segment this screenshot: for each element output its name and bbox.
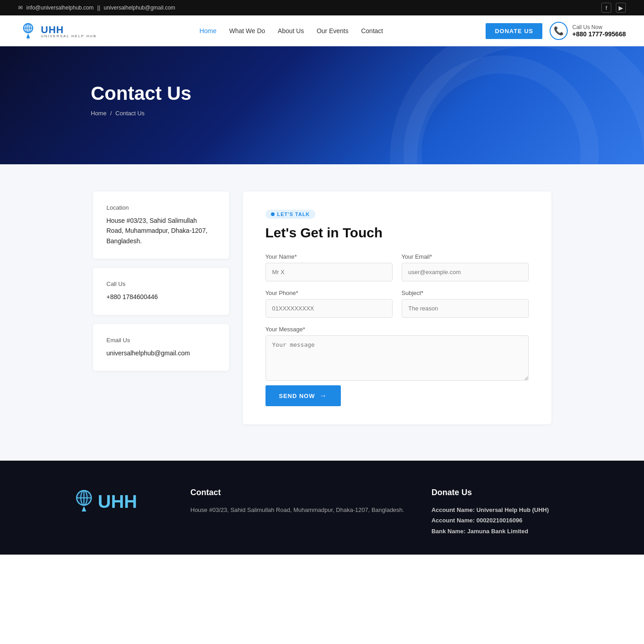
navbar: UHH UNIVERSAL HELP HUB Home What We Do A… [0, 15, 644, 46]
lets-talk-badge: LET'S TALK [265, 210, 529, 219]
email-input[interactable] [402, 263, 529, 281]
message-label: Your Message* [265, 326, 529, 333]
footer-donate-section: Donate Us Account Name: Universal Help H… [432, 488, 549, 536]
bank-name-value: Jamuna Bank Limited [467, 528, 528, 535]
form-row-phone-subject: Your Phone* Subject* [265, 290, 529, 318]
arrow-icon: → [320, 392, 327, 400]
top-bar-separator: || [97, 5, 100, 11]
hero-title: Contact Us [91, 83, 626, 104]
email-card: Email Us universalhelphub@gmail.com [93, 324, 229, 371]
breadcrumb-separator: / [110, 110, 112, 117]
badge: LET'S TALK [265, 210, 315, 219]
account-number-value: 00020210016096 [477, 517, 522, 524]
breadcrumb-home[interactable]: Home [91, 110, 107, 117]
breadcrumb: Home / Contact Us [91, 110, 626, 117]
call-card: Call Us +880 1784600446 [93, 268, 229, 315]
footer-logo-text: UHH [98, 492, 138, 512]
logo-text: UHH [41, 24, 64, 35]
call-us-label: Call Us [107, 280, 216, 287]
location-value: House #03/23, Sahid Salimullah Road, Muh… [107, 216, 216, 246]
badge-text: LET'S TALK [277, 211, 310, 217]
location-label: Location [107, 204, 216, 211]
footer-account-name: Account Name: Universal Help Hub (UHH) [432, 505, 549, 515]
logo[interactable]: UHH UNIVERSAL HELP HUB [18, 21, 97, 41]
form-row-name-email: Your Name* Your Email* [265, 253, 529, 281]
breadcrumb-current: Contact Us [115, 110, 144, 117]
footer-logo-icon [73, 488, 95, 515]
top-bar-email2: universalhelphub@gmail.com [104, 5, 176, 11]
top-bar-email1: info@universalhelphub.com [26, 5, 93, 11]
subject-input[interactable] [402, 299, 529, 318]
name-label: Your Name* [265, 253, 393, 260]
footer-contact-section: Contact House #03/23, Sahid Salimullah R… [191, 488, 404, 515]
email-us-value: universalhelphub@gmail.com [107, 348, 216, 358]
svg-marker-12 [82, 506, 86, 511]
contact-form-card: LET'S TALK Let's Get in Touch Your Name*… [243, 192, 551, 424]
footer-account-number: Account Name: 00020210016096 [432, 515, 549, 526]
subject-label: Subject* [402, 290, 529, 296]
send-label: SEND NOW [279, 393, 315, 399]
account-number-label: Account Name: [432, 517, 475, 524]
form-group-email: Your Email* [402, 253, 529, 281]
footer-contact-address: House #03/23, Sahid Salimullah Road, Muh… [191, 505, 404, 515]
svg-point-6 [27, 37, 29, 39]
top-bar-social: f ▶ [601, 3, 626, 13]
send-button[interactable]: SEND NOW → [265, 385, 341, 406]
hero-banner: Contact Us Home / Contact Us [0, 46, 644, 164]
form-group-subject: Subject* [402, 290, 529, 318]
footer-donate-heading: Donate Us [432, 488, 549, 497]
bank-name-label: Bank Name: [432, 528, 466, 535]
phone-label: Your Phone* [265, 290, 393, 296]
nav-contact[interactable]: Contact [361, 27, 383, 34]
phone-input[interactable] [265, 299, 393, 318]
badge-dot [271, 212, 275, 216]
content-section: Location House #03/23, Sahid Salimullah … [0, 164, 644, 461]
phone-icon: 📞 [550, 22, 568, 40]
nav-links: Home What We Do About Us Our Events Cont… [200, 27, 383, 34]
call-us-value: +880 1784600446 [107, 292, 216, 302]
account-name-label: Account Name: [432, 506, 475, 513]
form-heading: Let's Get in Touch [265, 225, 529, 241]
nav-our-events[interactable]: Our Events [317, 27, 349, 34]
footer-inner: UHH Contact House #03/23, Sahid Salimull… [73, 488, 572, 536]
youtube-icon[interactable]: ▶ [616, 3, 626, 13]
footer-logo: UHH [73, 488, 163, 515]
logo-sub: UNIVERSAL HELP HUB [41, 34, 97, 38]
footer-contact-heading: Contact [191, 488, 404, 497]
call-number: +880 1777-995668 [572, 30, 626, 38]
donate-button[interactable]: DONATE US [486, 23, 542, 39]
name-input[interactable] [265, 263, 393, 281]
top-bar-contact: ✉ info@universalhelphub.com || universal… [18, 5, 175, 11]
email-us-label: Email Us [107, 337, 216, 344]
location-card: Location House #03/23, Sahid Salimullah … [93, 192, 229, 259]
call-label: Call Us Now [572, 24, 626, 30]
facebook-icon[interactable]: f [601, 3, 611, 13]
message-textarea[interactable] [265, 335, 529, 381]
form-group-name: Your Name* [265, 253, 393, 281]
left-cards: Location House #03/23, Sahid Salimullah … [93, 192, 229, 424]
footer-logo-img: UHH [73, 488, 138, 515]
nav-home[interactable]: Home [200, 27, 216, 34]
logo-icon [18, 21, 38, 41]
footer: UHH Contact House #03/23, Sahid Salimull… [0, 461, 644, 555]
form-group-message: Your Message* [265, 326, 529, 381]
account-name-value: Universal Help Hub (UHH) [477, 506, 549, 513]
email-label: Your Email* [402, 253, 529, 260]
call-info: 📞 Call Us Now +880 1777-995668 [550, 22, 626, 40]
nav-right: DONATE US 📞 Call Us Now +880 1777-995668 [486, 22, 626, 40]
form-group-phone: Your Phone* [265, 290, 393, 318]
footer-bank-name: Bank Name: Jamuna Bank Limited [432, 526, 549, 536]
nav-about-us[interactable]: About Us [278, 27, 304, 34]
email-icon: ✉ [18, 5, 23, 11]
top-bar: ✉ info@universalhelphub.com || universal… [0, 0, 644, 15]
nav-what-we-do[interactable]: What We Do [229, 27, 265, 34]
